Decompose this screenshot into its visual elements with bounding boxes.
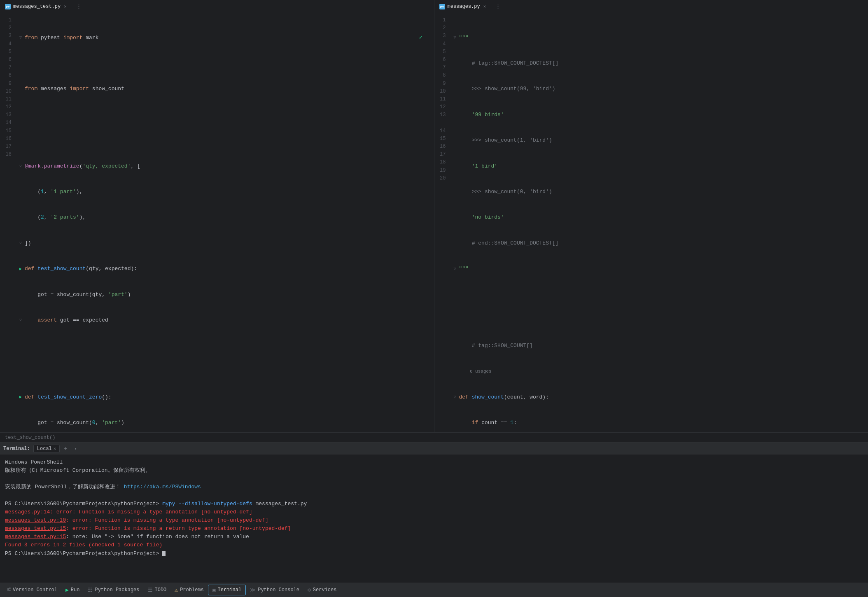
run-icon: ▶ bbox=[65, 587, 69, 593]
line-item: >>> show_count(99, 'bird') bbox=[451, 85, 868, 93]
terminal-content[interactable]: Windows PowerShell 版权所有（C）Microsoft Corp… bbox=[0, 455, 868, 582]
toolbar-terminal-label: Terminal bbox=[218, 587, 242, 593]
terminal-found-errors: Found 3 errors in 2 files (checked 1 sou… bbox=[5, 541, 863, 549]
py-icon-left: py bbox=[5, 4, 11, 9]
terminal-tab-close[interactable]: ✕ bbox=[54, 446, 56, 451]
line-item: (2, '2 parts'), bbox=[16, 213, 434, 222]
line-item: '99 birds' bbox=[451, 111, 868, 119]
version-control-icon: ⑆ bbox=[7, 587, 11, 593]
right-editor-scroll[interactable]: 12345 678910 111213 14 151617181920 ▽ ""… bbox=[434, 13, 868, 432]
tab-label-left: messages_test.py bbox=[13, 4, 61, 9]
line-item: from messages import show_count bbox=[16, 85, 434, 93]
left-code-lines: ▽ from pytest import mark ✓ from message… bbox=[15, 13, 434, 432]
left-code-container: 12345 678910 1112131415 161718 ▽ from py… bbox=[0, 13, 434, 432]
tab-bar: py messages_test.py ✕ ⋮ py messages.py ✕… bbox=[0, 0, 868, 13]
tab-label-right: messages.py bbox=[448, 4, 480, 9]
tab-messages-test[interactable]: py messages_test.py ✕ bbox=[0, 0, 73, 13]
fold-arrow[interactable]: ▽ bbox=[451, 394, 459, 401]
fold-arrow[interactable]: ▽ bbox=[16, 240, 25, 247]
line-item: ▽ """ bbox=[451, 34, 868, 42]
toolbar-run-label: Run bbox=[71, 587, 80, 593]
terminal-line: messages_test.py:10: error: Function is … bbox=[5, 516, 863, 525]
line-item: 'no birds' bbox=[451, 213, 868, 222]
line-item: # end::SHOW_COUNT_DOCTEST[] bbox=[451, 239, 868, 248]
fold-arrow[interactable]: ▽ bbox=[451, 266, 459, 273]
line-item: >>> show_count(1, 'bird') bbox=[451, 136, 868, 145]
terminal-dropdown-button[interactable]: ▾ bbox=[71, 445, 79, 453]
toolbar-terminal[interactable]: ▣ Terminal bbox=[208, 585, 246, 595]
problems-icon: ⚠ bbox=[175, 587, 178, 593]
line-item: '1 bird' bbox=[451, 162, 868, 171]
left-editor-pane: 12345 678910 1112131415 161718 ▽ from py… bbox=[0, 13, 434, 432]
line-item: # tag::SHOW_COUNT_DOCTEST[] bbox=[451, 59, 868, 68]
terminal-prompt: PS C:\Users\13600\PycharmProjects\python… bbox=[5, 550, 863, 558]
toolbar-problems[interactable]: ⚠ Problems bbox=[170, 585, 208, 595]
line-item bbox=[451, 291, 868, 299]
py-icon-right: py bbox=[439, 4, 445, 9]
toolbar-python-packages-label: Python Packages bbox=[95, 587, 139, 593]
line-item: if count == 1: bbox=[451, 419, 868, 427]
terminal-tab-bar: Terminal: Local ✕ + ▾ bbox=[0, 443, 868, 455]
fold-arrow[interactable]: ▽ bbox=[16, 35, 25, 41]
python-console-icon: ≫ bbox=[250, 587, 256, 593]
services-icon: ⚙ bbox=[308, 587, 311, 593]
run-button[interactable]: ▶ bbox=[19, 266, 22, 273]
toolbar-services[interactable]: ⚙ Services bbox=[303, 585, 341, 595]
line-item: ▽ @mark.parametrize('qty, expected', [ bbox=[16, 162, 434, 171]
toolbar-version-control[interactable]: ⑆ Version Control bbox=[3, 585, 61, 595]
line-item bbox=[16, 136, 434, 145]
line-item bbox=[16, 342, 434, 350]
terminal-line: PS C:\Users\13600\PycharmProjects\python… bbox=[5, 500, 863, 508]
tab-close-left[interactable]: ✕ bbox=[63, 3, 68, 10]
right-tab-bar: py messages.py ✕ ⋮ bbox=[434, 0, 868, 13]
toolbar-run[interactable]: ▶ Run bbox=[61, 585, 84, 595]
left-editor-scroll[interactable]: 12345 678910 1112131415 161718 ▽ from py… bbox=[0, 13, 434, 432]
terminal-line: 版权所有（C）Microsoft Corporation。保留所有权利。 bbox=[5, 466, 863, 475]
toolbar-python-console-label: Python Console bbox=[258, 587, 299, 593]
line-item: >>> show_count(0, 'bird') bbox=[451, 188, 868, 196]
tab-close-right[interactable]: ✕ bbox=[483, 3, 487, 10]
terminal-local-tab[interactable]: Local ✕ bbox=[33, 445, 60, 453]
fold-arrow[interactable]: ▽ bbox=[16, 163, 25, 170]
line-item bbox=[16, 368, 434, 376]
tab-more-right[interactable]: ⋮ bbox=[492, 0, 504, 13]
line-item: got = show_count(0, 'part') bbox=[16, 419, 434, 427]
line-item: ▶ def test_show_count(qty, expected): bbox=[16, 265, 434, 273]
line-item: 6 usages bbox=[451, 368, 868, 376]
terminal-line bbox=[5, 475, 863, 483]
tab-messages[interactable]: py messages.py ✕ bbox=[434, 0, 492, 13]
python-packages-icon: ☷ bbox=[88, 587, 93, 593]
error-link-1[interactable]: messages.py:14 bbox=[5, 509, 50, 515]
line-gutter: ▶ bbox=[16, 266, 25, 273]
toolbar-python-console[interactable]: ≫ Python Console bbox=[246, 585, 303, 595]
terminal-section: Terminal: Local ✕ + ▾ Windows PowerShell… bbox=[0, 442, 868, 582]
line-item: got = show_count(qty, 'part') bbox=[16, 291, 434, 299]
line-item: ▽ assert got == expected bbox=[16, 316, 434, 325]
terminal-line: Windows PowerShell bbox=[5, 458, 863, 466]
note-text: : note: Use "-> None" if function does n… bbox=[66, 534, 249, 540]
tab-more-left[interactable]: ⋮ bbox=[73, 0, 85, 13]
error-link-3[interactable]: messages_test.py:15 bbox=[5, 525, 66, 532]
fold-arrow[interactable]: ▽ bbox=[451, 35, 459, 41]
terminal-line: messages.py:14: error: Function is missi… bbox=[5, 508, 863, 516]
todo-icon: ☰ bbox=[148, 587, 153, 593]
terminal-tab-name: Local bbox=[37, 446, 52, 452]
toolbar-todo[interactable]: ☰ TODO bbox=[144, 585, 171, 595]
run-button-2[interactable]: ▶ bbox=[19, 394, 22, 401]
fold-arrow[interactable]: ▽ bbox=[16, 317, 25, 324]
toolbar-services-label: Services bbox=[313, 587, 337, 593]
terminal-line: 安装最新的 PowerShell，了解新功能和改进！ https://aka.m… bbox=[5, 483, 863, 491]
toolbar-python-packages[interactable]: ☷ Python Packages bbox=[84, 585, 143, 595]
error-link-2[interactable]: messages_test.py:10 bbox=[5, 517, 66, 523]
left-tab-bar: py messages_test.py ✕ ⋮ bbox=[0, 0, 434, 13]
error-link-4[interactable]: messages_test.py:15 bbox=[5, 534, 66, 540]
line-item: ▽ def show_count(count, word): bbox=[451, 393, 868, 402]
toolbar-version-control-label: Version Control bbox=[13, 587, 57, 593]
powershell-link[interactable]: https://aka.ms/PSWindows bbox=[124, 484, 201, 490]
terminal-label: Terminal: bbox=[3, 446, 30, 452]
line-item: (1, '1 part'), bbox=[16, 188, 434, 196]
toolbar-todo-label: TODO bbox=[155, 587, 167, 593]
terminal-add-button[interactable]: + bbox=[61, 445, 70, 453]
editor-area: 12345 678910 1112131415 161718 ▽ from py… bbox=[0, 13, 868, 432]
line-item: ▽ from pytest import mark ✓ bbox=[16, 34, 434, 42]
